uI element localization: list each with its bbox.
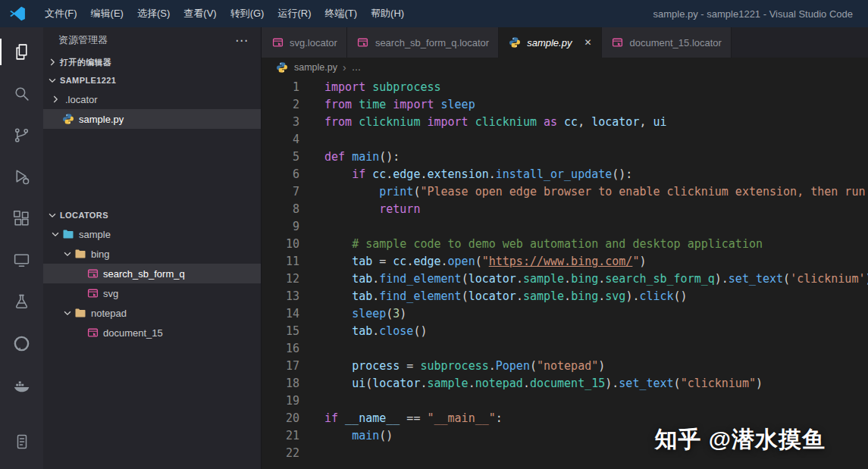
code-token — [468, 115, 475, 129]
code-line[interactable]: 9 — [262, 218, 868, 236]
tab-svg.locator[interactable]: svg.locator — [262, 27, 347, 58]
tree-item-sample[interactable]: sample — [43, 224, 261, 244]
tree-item-document_15[interactable]: document_15 — [43, 323, 261, 342]
activity-explorer[interactable] — [0, 32, 43, 72]
code-line[interactable]: 10 # sample code to demo web automation … — [262, 236, 868, 253]
code-token: "__main__" — [427, 411, 495, 425]
code-token: (): — [612, 167, 632, 181]
tab-search_sb_form_q.locator[interactable]: search_sb_form_q.locator — [347, 27, 499, 58]
tree-item-search_sb_form_q[interactable]: search_sb_form_q — [43, 264, 261, 283]
tree-item-sample.py[interactable]: sample.py — [43, 109, 261, 129]
code-line[interactable]: 7 print("Please open edge browser to ena… — [262, 183, 868, 201]
code-line[interactable]: 15 tab.close() — [262, 323, 868, 340]
activity-testing[interactable] — [0, 282, 43, 322]
menu-item[interactable]: 文件(F) — [38, 0, 84, 27]
breadcrumb-file[interactable]: sample.py — [294, 62, 337, 73]
section-header[interactable]: SAMPLE1221 — [43, 71, 261, 89]
line-number[interactable]: 10 — [262, 236, 299, 253]
activity-github[interactable] — [0, 324, 43, 364]
tab-label: sample.py — [527, 37, 572, 48]
code-token: close — [379, 324, 413, 338]
code-line[interactable]: 6 if cc.edge.extension.install_or_update… — [262, 166, 868, 183]
code-line[interactable]: 2from time import sleep — [262, 96, 868, 114]
code-line[interactable]: 16 — [262, 340, 868, 358]
menu-item[interactable]: 查看(V) — [177, 0, 223, 27]
activity-source-control[interactable] — [0, 115, 43, 155]
line-number[interactable]: 8 — [262, 201, 299, 218]
line-content: tab.find_element(locator.sample.bing.svg… — [324, 288, 688, 305]
line-number[interactable]: 5 — [262, 149, 299, 166]
activity-search[interactable] — [0, 73, 43, 114]
editor[interactable]: 1import subprocess2from time import slee… — [262, 77, 868, 469]
tree-item-notepad[interactable]: notepad — [43, 303, 261, 323]
section-header[interactable]: 打开的编辑器 — [43, 53, 261, 71]
code-line[interactable]: 11 tab = cc.edge.open("https://www.bing.… — [262, 253, 868, 270]
tab-label: search_sb_form_q.locator — [375, 37, 489, 48]
code-line[interactable]: 19 — [262, 392, 868, 410]
code-line[interactable]: 1import subprocess — [262, 79, 868, 96]
line-number[interactable]: 11 — [262, 253, 299, 270]
close-icon[interactable]: ✕ — [584, 37, 591, 48]
line-number[interactable]: 12 — [262, 270, 299, 288]
code-line[interactable]: 3from clicknium import clicknium as cc, … — [262, 114, 868, 131]
code-token: clicknium — [475, 115, 537, 129]
code-line[interactable]: 14 sleep(3) — [262, 305, 868, 323]
menu-item[interactable]: 运行(R) — [271, 0, 318, 27]
code-line[interactable]: 4 — [262, 131, 868, 149]
line-number[interactable]: 22 — [262, 445, 299, 462]
tree-item-svg[interactable]: svg — [43, 283, 261, 303]
tab-sample.py[interactable]: sample.py✕ — [499, 27, 601, 58]
line-number[interactable]: 18 — [262, 375, 299, 392]
line-number[interactable]: 16 — [262, 340, 299, 358]
code-token: . — [523, 377, 530, 390]
menu-item[interactable]: 选择(S) — [130, 0, 177, 27]
editor-area: svg.locatorsearch_sb_form_q.locatorsampl… — [262, 27, 868, 469]
chevron-down-icon — [61, 307, 74, 319]
activity-docker[interactable] — [0, 365, 43, 405]
line-number[interactable]: 1 — [262, 79, 299, 96]
tree-item-bing[interactable]: bing — [43, 244, 261, 264]
watermark: 知乎 @潜水摸鱼 — [654, 424, 826, 455]
line-number[interactable]: 15 — [262, 323, 299, 340]
activity-remote-explorer[interactable] — [0, 240, 43, 280]
more-actions-icon[interactable]: ⋯ — [235, 33, 249, 48]
code-line[interactable]: 17 process = subprocess.Popen("notepad") — [262, 358, 868, 375]
activity-extensions[interactable] — [0, 199, 43, 239]
activity-output[interactable] — [0, 421, 43, 461]
line-number[interactable]: 3 — [262, 114, 299, 131]
line-number[interactable]: 17 — [262, 358, 299, 375]
menu-item[interactable]: 转到(G) — [224, 0, 271, 27]
code-line[interactable]: 12 tab.find_element(locator.sample.bing.… — [262, 270, 868, 288]
menu-item[interactable]: 终端(T) — [318, 0, 364, 27]
code-line[interactable]: 5def main(): — [262, 149, 868, 166]
code-line[interactable]: 13 tab.find_element(locator.sample.bing.… — [262, 288, 868, 305]
line-number[interactable]: 19 — [262, 392, 299, 410]
code-token: from — [324, 98, 352, 111]
section-header[interactable]: LOCATORS — [43, 206, 261, 224]
run-debug-icon — [12, 167, 31, 186]
python-icon — [508, 36, 522, 48]
line-number[interactable]: 6 — [262, 166, 299, 183]
code-token: 3 — [393, 307, 400, 320]
breadcrumb: sample.py › … — [262, 58, 868, 77]
line-number[interactable]: 20 — [262, 410, 299, 427]
activity-run-debug[interactable] — [0, 157, 43, 197]
code-line[interactable]: 8 return — [262, 201, 868, 218]
menu-item[interactable]: 编辑(E) — [84, 0, 130, 27]
line-number[interactable]: 4 — [262, 131, 299, 149]
line-number[interactable]: 21 — [262, 427, 299, 445]
line-number[interactable]: 9 — [262, 218, 299, 236]
code-token: cc — [393, 255, 406, 268]
menu-item[interactable]: 帮助(H) — [364, 0, 411, 27]
line-number[interactable]: 2 — [262, 96, 299, 114]
breadcrumb-more[interactable]: … — [352, 62, 362, 73]
python-icon — [61, 113, 75, 125]
code-token: sample — [523, 272, 564, 286]
tree-item-.locator[interactable]: .locator — [43, 89, 261, 109]
line-number[interactable]: 13 — [262, 288, 299, 305]
line-number[interactable]: 7 — [262, 183, 299, 201]
line-number[interactable]: 14 — [262, 305, 299, 323]
code-line[interactable]: 18 ui(locator.sample.notepad.document_15… — [262, 375, 868, 392]
tab-document_15.locator[interactable]: document_15.locator — [602, 27, 732, 58]
code-token: locator — [591, 115, 639, 129]
